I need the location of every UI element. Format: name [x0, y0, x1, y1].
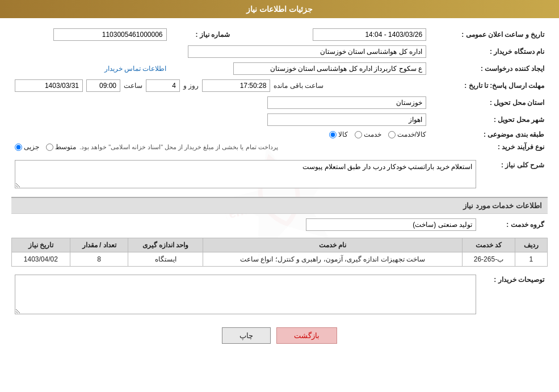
- print-button[interactable]: چاپ: [222, 327, 271, 344]
- ostan-input[interactable]: [267, 96, 426, 109]
- noeFarayand-radio-group: متوسط جزیی: [15, 143, 76, 151]
- noeFarayand-note: پرداخت تمام یا بخشی از مبلغ خریدار از مح…: [79, 144, 278, 151]
- tarikhElam-label: تاریخ و ساعت اعلان عمومی :: [430, 26, 548, 43]
- ijadKonande-label: ایجاد کننده درخواست :: [430, 60, 548, 77]
- kala-radio[interactable]: [329, 131, 337, 138]
- col-tarikh: تاریخ نیاز: [12, 238, 70, 252]
- baghimande-time-input[interactable]: [202, 79, 270, 92]
- cell-tarikh: 1403/04/02: [12, 252, 70, 267]
- cell-radif: 1: [515, 252, 547, 267]
- col-vahed: واحد اندازه گیری: [128, 238, 203, 252]
- cell-kodKhedmat: ب-265-26: [463, 252, 515, 267]
- col-tedad: تعداد / مقدار: [70, 238, 128, 252]
- namDastgah-input[interactable]: [188, 45, 426, 58]
- sharh-textarea[interactable]: استعلام خرید باراتستپ خودکار درب دار طبق…: [15, 160, 476, 188]
- jozei-option[interactable]: جزیی: [15, 143, 39, 151]
- kala-label: کالا: [338, 130, 348, 138]
- button-bar: بازگشت چاپ: [11, 327, 548, 344]
- kalaKhedmat-option[interactable]: کالا/خدمت: [388, 130, 426, 138]
- back-button[interactable]: بازگشت: [276, 327, 337, 344]
- shomareNiaz-label: شماره نیاز :: [170, 26, 234, 43]
- khedmat-option[interactable]: خدمت: [355, 130, 381, 138]
- ostan-label: استان محل تحویل :: [430, 94, 548, 111]
- groheKhedmat-section: گروه خدمت :: [11, 216, 548, 233]
- ijadKonande-input[interactable]: [233, 62, 426, 75]
- tabaqeBandi-label: طبقه بندی موضوعی :: [430, 128, 548, 141]
- shahr-label: شهر محل تحویل :: [430, 111, 548, 128]
- toseihKharidar-textarea[interactable]: [15, 275, 476, 314]
- shahr-input[interactable]: [267, 113, 426, 126]
- tabaqeBandi-radio-group: کالا/خدمت خدمت کالا: [15, 130, 426, 138]
- services-section-title: اطلاعات خدمات مورد نیاز: [11, 197, 548, 214]
- cell-tedad: 8: [70, 252, 128, 267]
- etelaat-link[interactable]: اطلاعات تماس خریدار: [104, 65, 167, 73]
- col-radif: ردیف: [515, 238, 547, 252]
- col-kodKhedmat: کد خدمت: [463, 238, 515, 252]
- jozei-label: جزیی: [24, 143, 39, 151]
- sharh-section: شرح کلی نیاز : استعلام خرید باراتستپ خود…: [11, 158, 548, 192]
- toseih-section: توصیحات خریدار :: [11, 272, 548, 318]
- saat-input[interactable]: [86, 79, 120, 92]
- jozei-radio[interactable]: [15, 144, 22, 151]
- shomareNiaz-input[interactable]: [53, 28, 167, 41]
- toseihKharidar-label: توصیحات خریدار :: [480, 272, 548, 318]
- khedmat-radio[interactable]: [355, 131, 362, 138]
- col-namKhedmat: نام خدمت: [203, 238, 462, 252]
- table-row: 1 ب-265-26 ساخت تجهیزات اندازه گیری، آزم…: [12, 252, 548, 267]
- motavaset-option[interactable]: متوسط: [46, 143, 76, 151]
- sharh-label: شرح کلی نیاز :: [480, 158, 548, 192]
- info-table: تاریخ و ساعت اعلان عمومی : شماره نیاز : …: [11, 26, 548, 153]
- saat-label: ساعت: [124, 82, 142, 90]
- date-input[interactable]: [15, 79, 83, 92]
- tarikhElam-input[interactable]: [313, 28, 426, 41]
- kalaKhedmat-label: کالا/خدمت: [397, 130, 426, 138]
- kalaKhedmat-radio[interactable]: [388, 131, 396, 138]
- baghimande-label: ساعت باقی مانده: [274, 82, 323, 90]
- groheKhedmat-label: گروه خدمت :: [480, 216, 548, 233]
- roz-label: روز و: [183, 82, 199, 90]
- page-header: جزئیات اطلاعات نیاز: [0, 0, 559, 18]
- cell-namKhedmat: ساخت تجهیزات اندازه گیری، آزمون، راهبری …: [203, 252, 462, 267]
- cell-vahed: ایستگاه: [128, 252, 203, 267]
- motavaset-radio[interactable]: [46, 144, 53, 151]
- groheKhedmat-input[interactable]: [306, 218, 476, 231]
- services-table: ردیف کد خدمت نام خدمت واحد اندازه گیری ت…: [11, 238, 548, 267]
- page-container: AnaТender جزئیات اطلاعات نیاز تاریخ و سا…: [0, 0, 559, 392]
- noeFarayand-label: نوع فرآیند خرید :: [430, 141, 548, 153]
- motavaset-label: متوسط: [55, 143, 76, 151]
- namDastgah-label: نام دستگاه خریدار :: [430, 43, 548, 60]
- roz-input[interactable]: [146, 79, 180, 92]
- mohlat-label: مهلت ارسال پاسخ: تا تاریخ :: [430, 77, 548, 94]
- kala-option[interactable]: کالا: [329, 130, 348, 138]
- page-title: جزئیات اطلاعات نیاز: [246, 5, 313, 14]
- khedmat-label: خدمت: [364, 130, 381, 138]
